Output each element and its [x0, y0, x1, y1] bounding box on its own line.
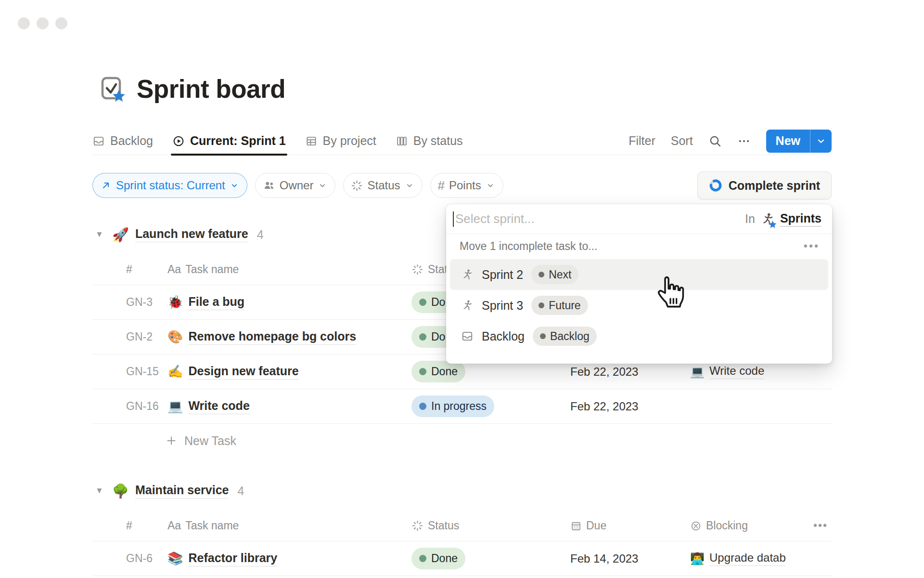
task-id: GN-6 — [126, 552, 167, 565]
tab-by-status[interactable]: By status — [396, 127, 463, 155]
chip-label: Status — [367, 179, 400, 192]
new-dropdown-button[interactable] — [810, 130, 832, 153]
section-more-icon[interactable]: ••• — [804, 240, 820, 253]
group-count: 4 — [237, 484, 244, 498]
view-tab-bar: Backlog Current: Sprint 1 — [92, 127, 832, 155]
column-header-status[interactable]: Status — [411, 519, 570, 532]
window-zoom-button[interactable] — [55, 17, 67, 29]
window-close-button[interactable] — [18, 17, 30, 29]
status-dot — [419, 368, 426, 375]
sprint-status-filter-chip[interactable]: Sprint status: Current — [92, 173, 247, 198]
checkbox-star-icon — [99, 76, 126, 103]
task-group-maintain-service: ▼ 🌳 Maintain service 4 # Aa Task name St… — [92, 480, 832, 576]
status-spinner-icon — [351, 180, 363, 192]
search-icon[interactable] — [708, 134, 722, 148]
tab-backlog[interactable]: Backlog — [92, 127, 153, 155]
section-label: Move 1 incomplete task to... — [460, 240, 597, 253]
task-name-cell[interactable]: ✍️ Design new feature — [167, 364, 411, 380]
chevron-down-icon — [318, 181, 327, 190]
column-header-more[interactable]: ••• — [813, 519, 832, 532]
complete-sprint-label: Complete sprint — [729, 179, 820, 193]
page-title: Sprint board — [137, 74, 285, 104]
blocking-cell[interactable] — [690, 406, 813, 407]
new-task-button[interactable]: New Task — [92, 424, 832, 458]
tab-label: Current: Sprint 1 — [190, 134, 286, 148]
option-label: Backlog — [482, 329, 525, 343]
option-sprint-2[interactable]: Sprint 2 Next — [450, 259, 828, 290]
chip-label: Sprint status: Current — [116, 179, 225, 192]
window-minimize-button[interactable] — [37, 17, 49, 29]
sprints-database-name: Sprints — [780, 211, 821, 227]
people-icon — [263, 179, 275, 192]
status-dot — [419, 555, 426, 562]
owner-filter-chip[interactable]: Owner — [255, 173, 336, 198]
collapse-toggle-icon[interactable]: ▼ — [95, 486, 106, 496]
status-badge[interactable]: Done — [411, 548, 465, 569]
text-type-icon: Aa — [167, 519, 181, 532]
due-date[interactable]: Feb 22, 2023 — [570, 400, 690, 413]
option-backlog[interactable]: Backlog Backlog — [450, 321, 828, 352]
tab-by-project[interactable]: By project — [305, 127, 376, 155]
cursor-pointer-hand — [654, 273, 686, 312]
status-badge[interactable]: Done — [411, 361, 465, 382]
filter-button[interactable]: Filter — [629, 134, 655, 148]
option-sprint-3[interactable]: Sprint 3 Future — [450, 290, 828, 321]
group-emoji: 🚀 — [112, 227, 129, 243]
column-header-id[interactable]: # — [126, 263, 167, 276]
column-header-task-name[interactable]: Aa Task name — [167, 263, 411, 276]
table-row[interactable]: GN-16 💻 Write code In progress Feb 22, 2… — [92, 389, 832, 424]
hash-icon: # — [438, 178, 445, 193]
sprint-options-list: Sprint 2 Next Sprint 3 Future — [446, 258, 832, 357]
status-dot — [539, 272, 544, 277]
page-title-row: Sprint board — [99, 74, 285, 104]
task-name-cell[interactable]: 💻 Write code — [167, 399, 411, 414]
text-type-icon: Aa — [167, 263, 181, 276]
due-date[interactable]: Feb 14, 2023 — [570, 552, 690, 565]
column-header-blocking[interactable]: Blocking — [690, 519, 813, 532]
filter-chips-row: Sprint status: Current Owner — [92, 171, 832, 199]
task-emoji: 🐞 — [167, 295, 183, 310]
view-toolbar: Filter Sort New — [629, 130, 832, 153]
tab-current-sprint[interactable]: Current: Sprint 1 — [172, 127, 286, 155]
status-filter-chip[interactable]: Status — [343, 173, 422, 198]
sprint-search-row: In Sprints — [446, 204, 832, 234]
due-date[interactable]: Feb 22, 2023 — [570, 365, 690, 379]
runner-icon — [461, 299, 474, 312]
task-name-cell[interactable]: 📚 Refactor library — [167, 551, 411, 566]
column-header-task-name[interactable]: Aa Task name — [167, 519, 411, 532]
sort-button[interactable]: Sort — [671, 134, 693, 148]
more-options-icon[interactable] — [737, 134, 751, 148]
blocking-cell[interactable]: 💻 Write code — [690, 364, 813, 379]
view-tabs: Backlog Current: Sprint 1 — [92, 127, 463, 155]
group-emoji: 🌳 — [112, 483, 129, 499]
status-dot — [539, 302, 544, 308]
blocking-cell[interactable]: 👨‍💻 Upgrade datab — [690, 551, 813, 566]
new-button[interactable]: New — [766, 130, 810, 153]
board-columns-icon — [396, 135, 408, 147]
complete-sprint-button[interactable]: Complete sprint — [697, 171, 832, 199]
table-row[interactable]: GN-6 📚 Refactor library Done Feb 14, 202… — [92, 541, 832, 576]
chevron-down-icon — [486, 181, 495, 190]
task-name-cell[interactable]: 🐞 File a bug — [167, 295, 411, 310]
option-label: Sprint 2 — [482, 268, 523, 282]
points-filter-chip[interactable]: # Points — [430, 173, 503, 198]
group-title[interactable]: Launch new feature — [135, 227, 248, 242]
sprints-database-icon — [760, 212, 775, 226]
group-title[interactable]: Maintain service — [135, 483, 229, 499]
column-header-id[interactable]: # — [126, 519, 167, 532]
chip-label: Points — [449, 179, 481, 192]
status-dot — [540, 333, 546, 339]
inbox-icon — [461, 330, 474, 342]
column-header-due[interactable]: Due — [570, 519, 690, 532]
status-badge[interactable]: In progress — [411, 395, 494, 417]
collapse-toggle-icon[interactable]: ▼ — [95, 230, 106, 239]
task-name-cell[interactable]: 🎨 Remove homepage bg colors — [167, 329, 411, 345]
sprint-progress-icon — [709, 179, 722, 192]
sprint-search-input[interactable] — [455, 211, 745, 226]
group-header: ▼ 🌳 Maintain service 4 — [92, 480, 832, 502]
task-emoji: 🎨 — [167, 329, 183, 344]
database-reference[interactable]: In Sprints — [745, 211, 821, 227]
runner-icon — [461, 268, 474, 281]
calendar-icon — [570, 520, 582, 532]
plus-icon — [166, 435, 177, 447]
